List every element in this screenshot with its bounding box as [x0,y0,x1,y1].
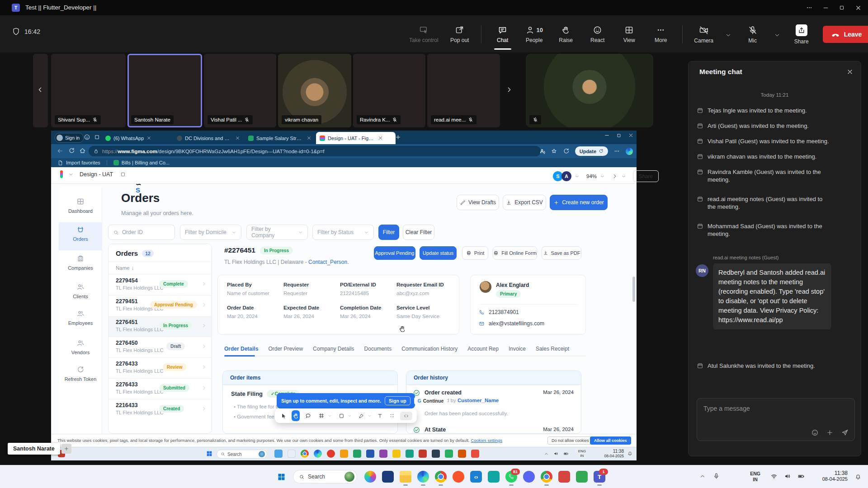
sidebar-item-dashboard[interactable]: Dashboard [59,197,102,214]
pinned-app-icon[interactable] [523,471,535,483]
home-icon[interactable] [79,147,86,154]
window-close-icon[interactable] [852,2,864,13]
filter-domicile-select[interactable]: Filter by Domicile [180,225,241,240]
view-button[interactable]: View [619,25,640,43]
camera-button[interactable]: Camera [693,25,714,44]
edge-icon[interactable] [417,471,429,483]
save-as-pdf-button[interactable]: Save as PDF [542,246,581,260]
excel-icon[interactable] [353,450,361,458]
allow-cookies-button[interactable]: Allow all cookies [590,436,631,445]
browser-maximize-icon[interactable] [616,133,622,138]
scrollbar-thumb[interactable] [632,277,635,302]
create-new-order-button[interactable]: Create new order [550,195,608,210]
sidebar-item-employees[interactable]: Employees [59,310,102,326]
read-aloud-icon[interactable]: A) [540,148,545,155]
chat-close-icon[interactable] [846,68,854,75]
contact-person-link[interactable]: Contact_Person. [308,259,349,265]
tab-close-icon[interactable] [307,136,311,141]
view-drafts-button[interactable]: View Drafts [457,195,499,210]
brave-icon[interactable] [453,471,464,483]
volume-icon[interactable] [553,451,559,456]
contact-email[interactable]: alex@vstatefilings.com [489,320,544,327]
adobe-icon[interactable] [471,450,479,458]
refresh-icon[interactable] [68,147,75,154]
teams-icon[interactable]: T 1 [594,471,605,483]
volume-icon[interactable] [784,473,791,480]
tray-chevron-up-icon[interactable] [544,451,549,456]
pinned-app-icon[interactable] [340,450,348,458]
chevron-down-icon[interactable] [368,414,372,418]
participant-tile-video[interactable]: vikram chavan [278,54,351,127]
chevron-down-icon[interactable] [68,172,74,177]
chrome-profile-icon[interactable] [541,471,552,483]
dev-mode-toggle[interactable] [400,412,412,420]
tray-mic-icon[interactable] [713,473,720,479]
tab-close-icon[interactable] [235,136,240,141]
lasso-tool-icon[interactable] [304,410,312,421]
whatsapp-icon[interactable] [445,450,453,458]
collections-icon[interactable] [563,148,570,155]
browser-close-icon[interactable] [628,132,634,138]
shared-language-indicator[interactable]: ENGIN [578,449,586,458]
file-explorer-icon[interactable] [400,471,411,483]
more-button[interactable]: More [651,25,671,43]
chevron-down-icon[interactable] [348,414,352,418]
chevron-down-icon[interactable] [575,174,580,179]
import-favorites-button[interactable]: Import favorites [57,160,100,166]
window-more-icon[interactable] [803,2,816,13]
shared-notifications-icon[interactable] [627,450,633,456]
filter-apply-button[interactable]: Filter [378,225,399,240]
tab-invoice[interactable]: Invoice [509,346,526,352]
edge-logo-icon[interactable] [626,148,633,155]
battery-icon[interactable] [797,473,805,480]
shape-tool-icon[interactable] [336,410,347,421]
sidebar-item-vendors[interactable]: Vendors [59,339,102,355]
participant-tile[interactable]: SN Santosh Narate [127,54,202,127]
collaborator-avatar[interactable]: A [561,171,571,181]
order-row[interactable]: 2216433TL Flex Holdings LLC Created [108,399,212,420]
share-button[interactable]: Share [791,24,812,45]
figma-menu-icon[interactable] [60,170,65,178]
people-button[interactable]: 10 People [524,25,545,43]
pinned-app-icon[interactable] [419,450,427,458]
shared-clock[interactable]: 11:38 08-04-2025 [604,449,624,458]
pinned-app-icon[interactable] [576,471,588,483]
sidebar-item-companies[interactable]: Companies [59,254,102,271]
presenter-add-button[interactable] [61,444,71,454]
participant-tile[interactable]: RK Ravindra K... [353,54,425,127]
print-button[interactable]: Print [462,246,488,260]
language-indicator[interactable]: ENGIN [750,471,760,483]
filter-company-select[interactable]: Filter by Company [246,225,308,240]
chevron-down-icon[interactable] [621,174,626,179]
cookie-close-icon[interactable] [626,438,631,443]
pages-icon[interactable] [120,171,126,178]
whatsapp-icon[interactable]: 81 [505,471,517,483]
zoom-level[interactable]: 94% [586,174,597,179]
tab-documents[interactable]: Documents [364,346,392,352]
order-row[interactable]: 2276450TL Flex Holdings LLC Draft [108,337,212,358]
new-tab-button[interactable] [395,134,401,141]
window-minimize-icon[interactable] [819,2,832,13]
browser-signin-button[interactable]: Sign in [55,133,84,143]
mic-button[interactable]: Mic [742,25,763,44]
order-row-selected[interactable]: 2276451TL Flex Holdings LLC In Progress [108,316,212,337]
opera-icon[interactable] [327,450,335,458]
pinned-app-icon[interactable] [558,471,570,483]
pinned-app-icon[interactable] [488,471,500,483]
order-row[interactable]: 2276433TL Flex Holdings LLC Submitted [108,378,212,399]
sidebar-item-clients[interactable]: Clients [59,283,102,299]
pinned-app-icon[interactable] [366,450,374,458]
taskbar-search-box[interactable]: Search [293,470,357,483]
browser-profile-badge-icon[interactable] [84,134,90,141]
tab-close-icon[interactable] [146,136,151,141]
tab-actions-icon[interactable] [94,134,100,141]
pop-out-button[interactable]: Pop out [449,25,470,43]
clock[interactable]: 11:38 08-04-2025 [822,470,848,482]
figma-share-button[interactable]: Share [633,170,659,182]
hand-tool-icon[interactable] [292,410,300,421]
browser-tab[interactable]: DC Divisions and Surroundings [173,132,250,144]
camera-options-button[interactable] [725,30,731,38]
fill-online-form-button[interactable]: Fill Online Form [493,246,537,260]
notifications-icon[interactable] [854,473,862,480]
pinned-app-icon[interactable] [379,450,387,458]
